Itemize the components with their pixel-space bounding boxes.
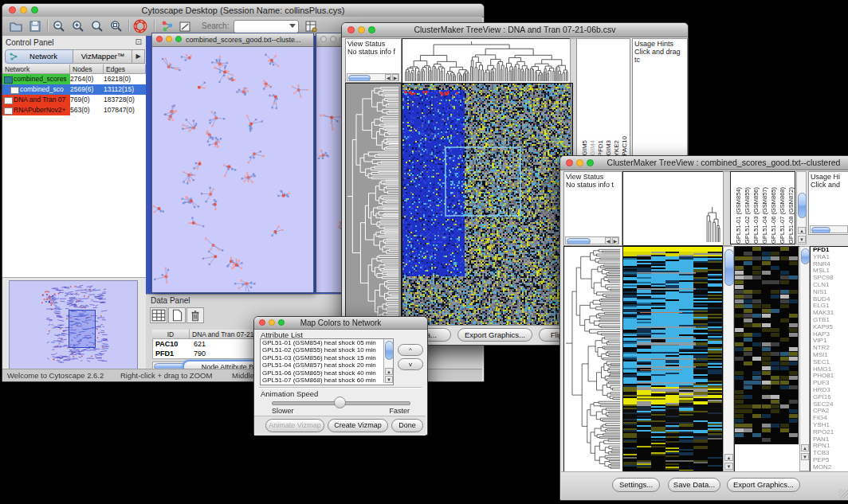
annotation-icon[interactable] bbox=[178, 19, 192, 33]
column-header[interactable]: Nodes bbox=[70, 64, 104, 74]
network-tree-row[interactable]: combined_sco 2569(6) 13112(15) bbox=[2, 84, 146, 95]
column-header[interactable]: Edges bbox=[104, 64, 146, 74]
network-overview-panel[interactable] bbox=[9, 280, 138, 369]
scrollbar-thumb[interactable] bbox=[348, 75, 371, 81]
table-row[interactable]: PAC10 bbox=[153, 339, 190, 349]
search-input[interactable] bbox=[234, 20, 299, 33]
close-icon[interactable] bbox=[566, 159, 573, 166]
help-lifebuoy-icon[interactable] bbox=[133, 19, 147, 33]
zoom-heatmap-panel[interactable] bbox=[734, 246, 801, 473]
minimize-icon[interactable] bbox=[358, 26, 365, 33]
column-dendrogram-panel[interactable] bbox=[402, 38, 573, 84]
gene-list-vscrollbar[interactable]: ▲ ▼ bbox=[799, 246, 810, 471]
close-icon[interactable] bbox=[156, 36, 163, 42]
attribute-table-icon[interactable] bbox=[304, 19, 318, 33]
scrollbar-thumb[interactable] bbox=[798, 193, 807, 218]
column-header[interactable]: ID bbox=[152, 330, 190, 339]
network-tree-row[interactable]: combined_scores 2764(0) 16218(0) bbox=[2, 74, 146, 84]
export-graphics-button[interactable]: Export Graphics... bbox=[727, 478, 800, 492]
scroll-up-icon[interactable]: ▲ bbox=[801, 444, 809, 451]
scroll-down-icon[interactable]: ▼ bbox=[385, 376, 393, 383]
zoom-window-icon[interactable] bbox=[175, 36, 182, 42]
scrollbar-thumb[interactable] bbox=[567, 238, 591, 244]
table-row[interactable]: PFD1 bbox=[153, 349, 190, 358]
new-attribute-button[interactable] bbox=[168, 307, 186, 323]
minimize-icon[interactable] bbox=[20, 6, 27, 14]
scrollbar-thumb[interactable] bbox=[385, 341, 394, 360]
move-up-button[interactable]: ^ bbox=[398, 344, 423, 356]
gene-label[interactable]: MON2 bbox=[811, 464, 848, 471]
zoom-window-icon[interactable] bbox=[31, 6, 38, 14]
table-mode-button[interactable] bbox=[150, 307, 167, 323]
scroll-right-icon[interactable]: ▶ bbox=[612, 237, 618, 244]
attribute-item[interactable]: GPL51-02 (GSM855) heat shock 10 min bbox=[261, 346, 382, 354]
chevron-down-icon[interactable] bbox=[289, 24, 296, 28]
scroll-left-icon[interactable]: ◀ bbox=[385, 74, 391, 81]
attribute-item[interactable]: GPL51-03 (GSM856) heat shock 15 min bbox=[261, 354, 382, 361]
scroll-down-icon[interactable]: ▼ bbox=[798, 236, 806, 243]
zoom-in-icon[interactable] bbox=[71, 19, 85, 33]
export-graphics-button[interactable]: Export Graphics... bbox=[457, 328, 532, 342]
dialog-titlebar[interactable]: Map Colors to Network bbox=[254, 317, 427, 330]
row-dendrogram-panel[interactable] bbox=[563, 246, 624, 473]
scrollbar-thumb[interactable] bbox=[811, 227, 830, 233]
zoom-fit-icon[interactable] bbox=[109, 19, 124, 33]
done-button[interactable]: Done bbox=[391, 419, 423, 432]
minimize-icon[interactable] bbox=[576, 159, 583, 166]
network-canvas[interactable] bbox=[152, 47, 312, 291]
attribute-list-scrollbar[interactable]: ▲ ▼ bbox=[383, 339, 393, 383]
network-view-titlebar[interactable]: combined_scores_good.txt--cluste... bbox=[152, 33, 313, 47]
create-vizmap-button[interactable]: Create Vizmap bbox=[328, 419, 388, 432]
treeview-combined-titlebar[interactable]: ClusterMaker TreeView : combined_scores_… bbox=[560, 156, 848, 170]
tab-overflow-arrow[interactable]: ▶ bbox=[132, 49, 145, 64]
close-icon[interactable] bbox=[9, 6, 16, 14]
main-titlebar[interactable]: Cytoscape Desktop (Session Name: collins… bbox=[2, 4, 484, 18]
delete-attribute-button[interactable] bbox=[186, 307, 204, 323]
column-header[interactable]: Network bbox=[2, 64, 70, 74]
zoom-window-icon[interactable] bbox=[587, 159, 594, 166]
scroll-right-icon[interactable]: ▶ bbox=[392, 74, 398, 81]
zoom-selected-icon[interactable] bbox=[90, 19, 104, 33]
attribute-item[interactable]: GPL51-01 (GSM854) heat shock 05 min bbox=[261, 339, 382, 346]
view-status-scrollbar[interactable]: ◀ ▶ bbox=[347, 73, 399, 81]
network-nodes-icon[interactable] bbox=[160, 19, 175, 33]
float-panel-icon[interactable]: ⊡ bbox=[135, 37, 142, 46]
scroll-up-icon[interactable]: ▲ bbox=[385, 368, 393, 375]
move-down-button[interactable]: v bbox=[398, 358, 423, 370]
labels-vscrollbar[interactable]: ▲ ▼ bbox=[796, 171, 807, 244]
network-tree-row[interactable]: DNA and Tran 07 769(0) 183728(0) bbox=[2, 95, 146, 105]
slider-thumb[interactable] bbox=[334, 397, 346, 408]
close-icon[interactable] bbox=[347, 26, 355, 33]
treeview-dna-titlebar[interactable]: ClusterMaker TreeView : DNA and Tran 07-… bbox=[342, 23, 688, 37]
scrollbar-thumb[interactable] bbox=[724, 249, 734, 286]
network-tree-row[interactable]: RNAPuberNov2+ 563(0) 107847(0) bbox=[2, 105, 146, 115]
overview-viewport-rect[interactable] bbox=[69, 310, 96, 348]
zoom-window-icon[interactable] bbox=[368, 26, 375, 33]
heatmap-panel[interactable] bbox=[402, 83, 573, 327]
scroll-down-icon[interactable]: ▼ bbox=[801, 453, 809, 460]
row-dendrogram-panel[interactable] bbox=[345, 83, 402, 327]
save-data-button[interactable]: Save Data... bbox=[668, 478, 720, 492]
resize-grip[interactable] bbox=[838, 489, 848, 498]
minimize-icon[interactable] bbox=[166, 36, 172, 42]
scroll-down-icon[interactable]: ▼ bbox=[724, 463, 733, 470]
zoom-window-icon[interactable] bbox=[278, 319, 285, 326]
scroll-left-icon[interactable]: ◀ bbox=[605, 237, 611, 244]
view-status-scrollbar[interactable]: ◀ ▶ bbox=[565, 236, 619, 244]
minimize-icon[interactable] bbox=[269, 319, 275, 326]
open-file-icon[interactable] bbox=[9, 19, 23, 33]
attribute-item[interactable]: GPL51-04 (GSM857) heat shock 20 min bbox=[261, 361, 382, 369]
heatmap-vscrollbar[interactable]: ▲ ▼ bbox=[723, 246, 734, 471]
tab-vizmapper[interactable]: VizMapper™ bbox=[73, 49, 133, 64]
scroll-up-icon[interactable]: ▲ bbox=[798, 227, 806, 234]
save-icon[interactable] bbox=[28, 19, 42, 33]
close-icon[interactable] bbox=[259, 319, 265, 326]
column-dendrogram-panel[interactable] bbox=[622, 171, 724, 246]
attribute-listbox[interactable]: GPL51-01 (GSM854) heat shock 05 minGPL51… bbox=[260, 338, 394, 385]
zoom-out-icon[interactable] bbox=[52, 19, 66, 33]
minimize-icon[interactable] bbox=[330, 36, 336, 42]
usage-hints-scrollbar[interactable] bbox=[810, 225, 848, 233]
attribute-item[interactable]: GPL51-06 (GSM865) heat shock 40 min bbox=[261, 369, 382, 377]
heatmap-panel[interactable] bbox=[622, 246, 724, 473]
settings-button[interactable]: Settings... bbox=[612, 478, 660, 492]
